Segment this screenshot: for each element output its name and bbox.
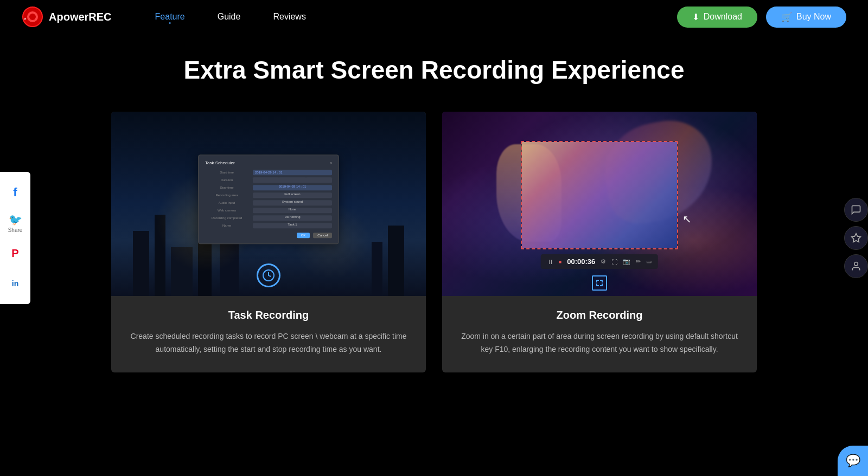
- svg-text:×: ×: [24, 16, 27, 21]
- nav-reviews[interactable]: Reviews: [273, 12, 305, 22]
- task-card-bg: Task Scheduler × Start time 2019-04-29 1…: [111, 112, 426, 296]
- nav-guide[interactable]: Guide: [218, 12, 241, 22]
- pinterest-icon: P: [11, 247, 18, 260]
- svg-marker-5: [852, 234, 861, 242]
- star-icon[interactable]: [844, 226, 868, 250]
- logo-text: ApowerREC: [49, 11, 112, 23]
- zoom-recording-card: ↖ ⏸ ■ 00:00:36 ⚙ ⛶ 📷 ✏ ▭: [442, 112, 757, 372]
- dialog-row-duration: Duration: [205, 177, 332, 183]
- window-icon: ▭: [646, 258, 652, 265]
- feedback-icon[interactable]: [844, 198, 868, 222]
- cards-row: Task Scheduler × Start time 2019-04-29 1…: [0, 112, 868, 372]
- share-label: Share: [8, 227, 23, 233]
- dialog-row-audio: Audio Input System sound: [205, 200, 332, 205]
- dialog-row-staytime: Stay time 2019-04-29 14 : 01: [205, 185, 332, 190]
- social-sidebar: f 🐦 Share P in: [0, 172, 30, 304]
- zoom-expand-icon: [592, 275, 607, 291]
- svg-point-2: [29, 14, 36, 20]
- dialog-title: Task Scheduler ×: [205, 160, 332, 165]
- buy-button[interactable]: 🛒 Buy Now: [766, 7, 846, 28]
- dialog-row-area: Recording area Full screen: [205, 192, 332, 198]
- nav-feature[interactable]: Feature: [155, 12, 185, 22]
- download-button[interactable]: ⬇ Download: [677, 7, 757, 28]
- svg-point-6: [854, 262, 858, 266]
- zoom-inner-image: [522, 142, 677, 248]
- camera-icon: 📷: [623, 258, 630, 265]
- pinterest-share[interactable]: P: [0, 238, 30, 268]
- task-recording-image: Task Scheduler × Start time 2019-04-29 1…: [111, 112, 426, 296]
- fullscreen-icon: ⛶: [611, 259, 617, 265]
- page-title: Extra Smart Screen Recording Experience: [0, 55, 868, 85]
- dialog-footer: OK Cancel: [205, 233, 332, 238]
- twitter-share[interactable]: 🐦 Share: [0, 208, 30, 238]
- cursor-icon: ↖: [682, 213, 692, 226]
- zoom-time: 00:00:36: [567, 258, 595, 266]
- twitter-icon: 🐦: [9, 213, 22, 226]
- task-recording-desc: Create scheduled recording tasks to reco…: [127, 330, 410, 356]
- logo[interactable]: × ApowerREC: [22, 6, 112, 28]
- user-icon[interactable]: [844, 254, 868, 278]
- settings-icon: ⚙: [601, 258, 606, 265]
- facebook-icon: f: [13, 185, 17, 200]
- task-recording-title: Task Recording: [127, 309, 410, 321]
- edit-icon: ✏: [636, 258, 641, 265]
- task-scheduler-dialog: Task Scheduler × Start time 2019-04-29 1…: [198, 155, 339, 244]
- right-sidebar: [844, 198, 868, 278]
- download-icon: ⬇: [692, 12, 699, 22]
- cancel-button[interactable]: Cancel: [313, 233, 332, 238]
- facebook-share[interactable]: f: [0, 177, 30, 208]
- logo-icon: ×: [22, 6, 43, 28]
- zoom-recording-desc: Zoom in on a certain part of area during…: [458, 330, 741, 356]
- buy-label: Buy Now: [796, 12, 831, 22]
- clock-icon: [257, 263, 280, 287]
- zoom-selection-box: [521, 141, 678, 249]
- chat-widget[interactable]: 💬: [838, 446, 868, 476]
- cart-icon: 🛒: [781, 12, 792, 22]
- dialog-row-completed: Recording completed Do nothing: [205, 215, 332, 221]
- navbar: × ApowerREC Feature Guide Reviews ⬇ Down…: [0, 0, 868, 34]
- download-label: Download: [704, 12, 742, 22]
- task-recording-card: Task Scheduler × Start time 2019-04-29 1…: [111, 112, 426, 372]
- linkedin-share[interactable]: in: [0, 268, 30, 299]
- nav-links: Feature Guide Reviews: [155, 12, 306, 22]
- task-recording-body: Task Recording Create scheduled recordin…: [111, 296, 426, 372]
- nav-right: ⬇ Download 🛒 Buy Now: [677, 7, 846, 28]
- ok-button[interactable]: OK: [297, 233, 310, 238]
- dialog-row-starttime: Start time 2019-04-29 14 : 01: [205, 170, 332, 175]
- zoom-recording-body: Zoom Recording Zoom in on a certain part…: [442, 296, 757, 372]
- zoom-toolbar: ⏸ ■ 00:00:36 ⚙ ⛶ 📷 ✏ ▭: [541, 254, 658, 269]
- chat-icon: 💬: [846, 454, 860, 468]
- stop-icon: ■: [559, 259, 561, 265]
- zoom-recording-image: ↖ ⏸ ■ 00:00:36 ⚙ ⛶ 📷 ✏ ▭: [442, 112, 757, 296]
- dialog-row-webcam: Web camera None: [205, 208, 332, 213]
- zoom-recording-title: Zoom Recording: [458, 309, 741, 321]
- main-content: Extra Smart Screen Recording Experience: [0, 34, 868, 372]
- dialog-row-name: Name Task 1: [205, 223, 332, 228]
- zoom-card-bg: ↖ ⏸ ■ 00:00:36 ⚙ ⛶ 📷 ✏ ▭: [442, 112, 757, 296]
- linkedin-icon: in: [12, 279, 18, 288]
- pause-icon: ⏸: [547, 259, 553, 265]
